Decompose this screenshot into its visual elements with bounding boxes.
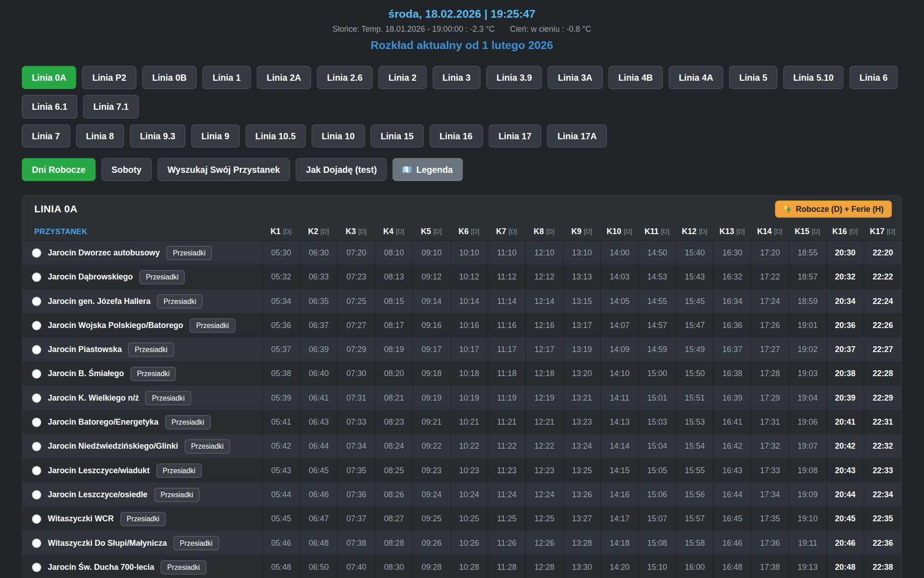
- stop-radio[interactable]: [32, 417, 41, 427]
- time-cell: 15:04: [638, 434, 676, 458]
- table-row: Jarocin B. ŚmiałegoPrzesiadki05:3806:400…: [22, 362, 901, 386]
- line-button-linia-4b[interactable]: Linia 4B: [608, 66, 663, 89]
- line-button-linia-3[interactable]: Linia 3: [432, 66, 480, 89]
- time-cell: 09:19: [412, 386, 450, 410]
- time-cell: 16:30: [713, 240, 751, 265]
- line-button-linia-4a[interactable]: Linia 4A: [669, 66, 723, 89]
- line-button-linia-5-10[interactable]: Linia 5.10: [783, 66, 844, 89]
- stop-radio[interactable]: [32, 272, 41, 282]
- time-cell: 12:18: [525, 362, 563, 386]
- control-button-legenda[interactable]: Legenda: [393, 158, 463, 181]
- line-button-linia-0b[interactable]: Linia 0B: [142, 66, 197, 89]
- time-cell: 19:08: [789, 458, 826, 482]
- stop-radio[interactable]: [32, 490, 41, 500]
- stop-name: Jarocin Piastowska: [48, 345, 122, 354]
- stop-radio[interactable]: [32, 369, 41, 378]
- column-tag: [D]: [736, 228, 745, 235]
- column-header-k8: K8[D]: [525, 222, 563, 240]
- stop-cell: Jarocin Św. Ducha 700-leciaPrzesiadki: [22, 555, 262, 578]
- stop-radio[interactable]: [32, 538, 41, 548]
- line-button-linia-1[interactable]: Linia 1: [203, 66, 251, 89]
- column-name: K5: [421, 227, 431, 236]
- line-button-linia-2[interactable]: Linia 2: [379, 66, 427, 89]
- line-button-linia-9-3[interactable]: Linia 9.3: [130, 124, 185, 147]
- time-cell: 14:20: [601, 555, 638, 578]
- stop-radio[interactable]: [32, 465, 41, 475]
- time-cell: 20:30: [826, 240, 864, 265]
- line-button-linia-16[interactable]: Linia 16: [430, 124, 483, 147]
- stop-name: Jarocin Wojska Polskiego/Batorego: [48, 321, 183, 330]
- control-button-soboty[interactable]: Soboty: [101, 158, 151, 181]
- line-button-linia-9[interactable]: Linia 9: [191, 124, 239, 147]
- schedule-type-button[interactable]: Robocze (D) + Ferie (H): [775, 201, 892, 218]
- line-button-linia-17[interactable]: Linia 17: [489, 124, 542, 147]
- stop-name: Jarocin Leszczyce/osiedle: [48, 490, 147, 499]
- time-cell: 05:37: [262, 338, 300, 362]
- line-button-linia-3a[interactable]: Linia 3A: [548, 66, 603, 89]
- time-cell: 08:26: [375, 482, 413, 506]
- line-button-linia-10-5[interactable]: Linia 10.5: [245, 124, 306, 147]
- table-row: Jarocin K. Wielkiego n/żPrzesiadki05:390…: [22, 386, 901, 410]
- line-button-linia-5[interactable]: Linia 5: [729, 66, 777, 89]
- line-button-linia-2a[interactable]: Linia 2A: [257, 66, 311, 89]
- stop-radio[interactable]: [32, 563, 41, 572]
- time-cell: 08:27: [375, 507, 413, 531]
- control-button-jak-dojad-test[interactable]: Jak Dojadę (test): [296, 158, 387, 181]
- transfer-button[interactable]: Przesiadki: [156, 463, 202, 477]
- time-cell: 08:19: [375, 338, 413, 362]
- transfer-button[interactable]: Przesiadki: [161, 560, 207, 574]
- time-cell: 15:47: [676, 313, 713, 337]
- button-label: Linia 3.9: [497, 73, 532, 83]
- stop-radio[interactable]: [32, 321, 41, 330]
- stop-radio[interactable]: [32, 248, 41, 258]
- control-button-dni-robocze[interactable]: Dni Robocze: [22, 158, 95, 181]
- transfer-button[interactable]: Przesiadki: [190, 318, 236, 332]
- schedule-valid-from: Rozkład aktualny od 1 lutego 2026: [0, 39, 924, 52]
- button-label: Linia 4A: [679, 73, 713, 83]
- column-header-k10: K10[D]: [601, 222, 638, 240]
- time-cell: 14:53: [638, 265, 676, 289]
- stop-radio[interactable]: [32, 345, 41, 354]
- time-cell: 15:51: [676, 386, 713, 410]
- line-button-linia-2-6[interactable]: Linia 2.6: [317, 66, 372, 89]
- stop-radio[interactable]: [32, 296, 41, 306]
- transfer-button[interactable]: Przesiadki: [165, 415, 211, 429]
- transfer-button[interactable]: Przesiadki: [154, 487, 200, 501]
- page: środa, 18.02.2026 | 19:25:47 Słońce: Tem…: [0, 0, 924, 578]
- time-cell: 11:18: [488, 362, 525, 386]
- transfer-button[interactable]: Przesiadki: [145, 391, 191, 405]
- line-button-linia-7-1[interactable]: Linia 7.1: [83, 95, 138, 118]
- time-cell: 07:25: [337, 289, 375, 313]
- transfer-button[interactable]: Przesiadki: [157, 294, 203, 308]
- column-header-k14: K14[D]: [751, 222, 789, 240]
- line-button-linia-10[interactable]: Linia 10: [311, 124, 365, 147]
- line-button-linia-6-1[interactable]: Linia 6.1: [22, 95, 77, 118]
- transfer-button[interactable]: Przesiadki: [139, 270, 185, 284]
- transfer-button[interactable]: Przesiadki: [173, 536, 219, 550]
- line-button-linia-3-9[interactable]: Linia 3.9: [486, 66, 542, 89]
- time-cell: 06:44: [300, 434, 337, 458]
- line-button-linia-6[interactable]: Linia 6: [850, 66, 898, 89]
- line-button-linia-0a[interactable]: Linia 0A: [22, 66, 76, 89]
- stop-radio[interactable]: [32, 441, 41, 451]
- stop-name: Jarocin Dworzec autobusowy: [48, 248, 160, 257]
- time-cell: 18:59: [789, 289, 826, 313]
- transfer-button[interactable]: Przesiadki: [166, 245, 212, 260]
- line-button-linia-p2[interactable]: Linia P2: [82, 66, 136, 89]
- button-label: Linia 7.1: [93, 102, 128, 112]
- time-cell: 07:29: [337, 338, 375, 362]
- line-button-linia-7[interactable]: Linia 7: [22, 124, 70, 147]
- time-cell: 06:30: [300, 240, 337, 265]
- transfer-button[interactable]: Przesiadki: [130, 367, 176, 381]
- line-button-linia-15[interactable]: Linia 15: [371, 124, 424, 147]
- transfer-button[interactable]: Przesiadki: [128, 343, 174, 357]
- transfer-button[interactable]: Przesiadki: [120, 512, 166, 526]
- table-row: Jarocin gen. Józefa HalleraPrzesiadki05:…: [22, 289, 901, 313]
- transfer-button[interactable]: Przesiadki: [184, 439, 230, 453]
- stop-radio[interactable]: [32, 514, 41, 524]
- control-button-wyszukaj-sw-j-przystanek[interactable]: Wyszukaj Swój Przystanek: [158, 158, 290, 181]
- stop-radio[interactable]: [32, 393, 41, 402]
- line-button-linia-8[interactable]: Linia 8: [76, 124, 124, 147]
- line-button-linia-17a[interactable]: Linia 17A: [548, 124, 607, 147]
- button-label: Linia 3: [443, 73, 471, 83]
